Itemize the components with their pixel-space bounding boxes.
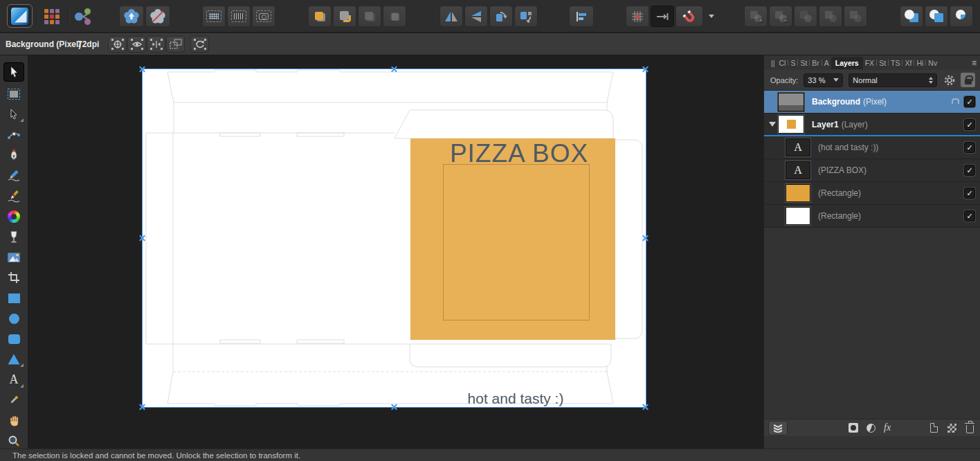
boolean-intersect-button[interactable] [794, 6, 817, 27]
triangle-tool[interactable] [3, 351, 24, 368]
brush-tool[interactable] [3, 188, 24, 204]
selection-handle-middle-left[interactable] [138, 234, 146, 242]
adjustment-layer-icon[interactable] [866, 424, 875, 433]
layer-row-rectangle-white[interactable]: (Rectangle) ✓ [764, 205, 980, 228]
hand-tool[interactable] [3, 413, 24, 429]
layer-row-background[interactable]: Background(Pixel) ✓ [764, 91, 980, 114]
place-image-tool[interactable] [3, 249, 24, 266]
layer-thumbnail[interactable] [778, 115, 804, 134]
tab-layers[interactable]: Layers [831, 57, 863, 69]
flip-horizontal-button[interactable] [439, 6, 463, 27]
selection-handle-top-right[interactable] [642, 65, 649, 73]
flower-arrow-button[interactable] [119, 6, 144, 27]
ellipse-tool[interactable] [3, 310, 24, 327]
boolean-divide-button[interactable] [819, 6, 842, 27]
designer-persona-button[interactable] [7, 4, 33, 28]
rotate-ccw-button[interactable] [489, 6, 513, 27]
shape-layer-thumbnail[interactable] [786, 184, 810, 202]
rectangle-tool[interactable] [3, 290, 24, 307]
layers-stack-button[interactable] [768, 421, 788, 435]
zoom-tool[interactable] [3, 433, 24, 449]
move-to-front-button[interactable] [308, 6, 332, 27]
selection-handle-bottom-center[interactable] [390, 403, 398, 410]
rounded-rectangle-tool[interactable] [3, 331, 24, 347]
move-forward-button[interactable] [333, 6, 356, 27]
tab-a[interactable]: A [822, 59, 831, 67]
panel-menu-icon[interactable]: ≡ [972, 58, 977, 68]
opacity-dropdown[interactable]: 33 % [804, 73, 843, 87]
crop-tool[interactable] [3, 269, 24, 286]
pixel-persona-button[interactable] [40, 6, 64, 27]
snapping-options-caret[interactable] [705, 6, 718, 27]
layer-visibility-checkbox[interactable]: ✓ [964, 210, 975, 222]
layer-visibility-checkbox[interactable]: ✓ [964, 165, 975, 176]
layer-visibility-checkbox[interactable]: ✓ [964, 119, 975, 130]
tab-hi[interactable]: Hi [914, 59, 925, 67]
panel-splitter-icon[interactable]: || [769, 59, 777, 67]
layer-row-layer1[interactable]: Layer1(Layer) ✓ [764, 114, 980, 136]
flip-vertical-button[interactable] [464, 6, 488, 27]
new-pixel-layer-icon[interactable] [947, 424, 956, 433]
layer-row-hot-and-tasty[interactable]: A (hot and tasty :)) ✓ [764, 136, 980, 159]
text-layer-thumbnail[interactable]: A [786, 138, 810, 156]
hide-selection-while-dragging-button[interactable] [147, 36, 165, 53]
pizza-box-lid[interactable]: PIZZA BOX hot and tasty :) [410, 138, 615, 340]
new-layer-icon[interactable] [930, 423, 938, 433]
layer-row-pizza-box[interactable]: A (PIZZA BOX) ✓ [764, 159, 980, 182]
lock-toggle-button[interactable] [961, 73, 975, 87]
export-persona-button[interactable] [71, 6, 95, 27]
text-tool[interactable]: A [3, 372, 24, 388]
rotate-canvas-button[interactable] [252, 6, 275, 27]
document-canvas[interactable]: PIZZA BOX hot and tasty :) [143, 69, 646, 407]
layer-row-rectangle-orange[interactable]: (Rectangle) ✓ [764, 182, 980, 205]
tab-fx[interactable]: FX [863, 59, 876, 67]
boolean-subtract-button[interactable]: − [769, 6, 792, 27]
disclosure-triangle[interactable] [768, 122, 778, 127]
move-backward-button[interactable] [358, 6, 381, 27]
pen-tool[interactable] [3, 147, 24, 163]
layer-visibility-checkbox[interactable]: ✓ [964, 142, 975, 153]
rotation-button[interactable] [190, 36, 209, 53]
selection-handle-bottom-left[interactable] [138, 403, 146, 410]
insert-behind-button[interactable] [950, 6, 973, 27]
layer-effects-icon[interactable]: fx [884, 422, 891, 433]
tab-cl[interactable]: Cl [777, 59, 788, 67]
selection-handle-middle-right[interactable] [642, 234, 649, 242]
move-by-whole-pixels-button[interactable] [651, 6, 674, 27]
artboard-tool[interactable] [3, 86, 24, 102]
move-to-back-button[interactable] [383, 6, 406, 27]
tab-nv[interactable]: Nv [926, 59, 939, 67]
shape-layer-thumbnail[interactable] [786, 207, 810, 225]
delete-layer-icon[interactable] [966, 425, 974, 433]
color-picker-tool[interactable] [3, 392, 24, 408]
text-layer-thumbnail[interactable]: A [786, 161, 810, 179]
tab-s[interactable]: S [788, 59, 797, 67]
selection-dots-button[interactable] [202, 6, 226, 27]
insert-inside-button[interactable] [925, 6, 948, 27]
transform-origin-button[interactable] [108, 36, 127, 53]
node-tool[interactable] [3, 127, 24, 143]
selection-lines-button[interactable] [227, 6, 251, 27]
layer-visibility-checkbox[interactable]: ✓ [964, 96, 975, 107]
flower-slash-button[interactable] [145, 6, 170, 27]
mask-layer-icon[interactable] [849, 423, 858, 433]
snapping-magnet-button[interactable] [675, 6, 703, 27]
tab-st[interactable]: St [798, 59, 809, 67]
selection-handle-top-center[interactable] [390, 65, 398, 73]
tab-br[interactable]: Br [810, 59, 822, 67]
layer-thumbnail[interactable] [778, 93, 804, 111]
tab-ts[interactable]: TS [889, 59, 902, 67]
gear-icon[interactable] [944, 75, 955, 86]
boolean-add-button[interactable]: + [744, 6, 768, 27]
transform-objects-separately-button[interactable] [166, 36, 185, 53]
color-wheel-tool[interactable] [3, 208, 24, 225]
selection-handle-top-left[interactable] [138, 65, 146, 73]
selection-tool[interactable] [3, 106, 24, 123]
boolean-combine-button[interactable] [844, 6, 867, 27]
show-pixel-grid-button[interactable] [626, 6, 649, 27]
layer-visibility-checkbox[interactable]: ✓ [964, 188, 975, 199]
pencil-tool[interactable] [3, 168, 24, 184]
transparency-tool[interactable] [3, 228, 24, 245]
canvas-area[interactable]: PIZZA BOX hot and tasty :) [28, 55, 763, 449]
blend-mode-dropdown[interactable]: Normal [849, 73, 937, 87]
